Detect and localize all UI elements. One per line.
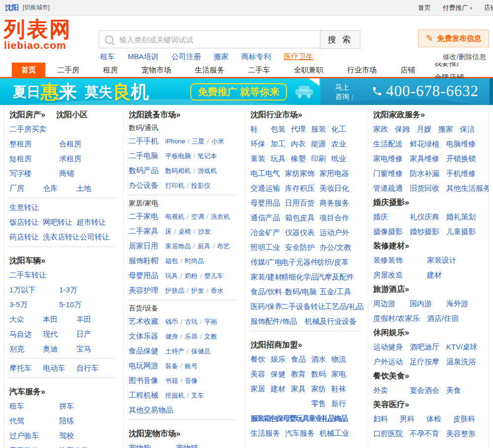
- category-link[interactable]: 库存积压: [285, 181, 317, 196]
- category-link[interactable]: 皮肤科: [453, 412, 480, 426]
- category-link[interactable]: 体检: [426, 412, 453, 426]
- category-link[interactable]: 家用电器: [319, 166, 352, 181]
- category-link[interactable]: 电玩网游: [129, 358, 164, 373]
- subcategory-link[interactable]: 笔记本: [198, 149, 217, 164]
- category-link[interactable]: 生活服务: [250, 426, 283, 441]
- category-link[interactable]: 商务服务: [319, 196, 352, 210]
- category-link[interactable]: 工程机械: [129, 388, 164, 403]
- category-link[interactable]: 母婴用品: [250, 196, 283, 210]
- category-link[interactable]: 家纺家饰: [285, 166, 317, 181]
- category-link[interactable]: 酒吧迪厅: [410, 340, 446, 354]
- subcategory-link[interactable]: 账号: [185, 359, 198, 374]
- section-title-link[interactable]: 休闲娱乐»: [373, 328, 409, 337]
- category-link[interactable]: 家具: [291, 381, 311, 396]
- category-link[interactable]: 儿童摄影: [446, 224, 483, 239]
- category-link[interactable]: 月嫂: [417, 122, 438, 137]
- search-input[interactable]: [118, 35, 316, 44]
- subcategory-link[interactable]: 古玩: [185, 314, 198, 329]
- subcategory-link[interactable]: 时尚品: [185, 254, 204, 269]
- category-link[interactable]: 运动健身: [373, 340, 410, 354]
- category-link[interactable]: 家装/建材: [250, 270, 282, 284]
- category-link[interactable]: 农业: [331, 137, 352, 151]
- category-link[interactable]: 国内游: [410, 296, 446, 311]
- subcategory-link[interactable]: 床: [165, 224, 172, 239]
- subcategory-link[interactable]: 婴儿车: [204, 269, 223, 283]
- category-link[interactable]: 服装: [311, 122, 331, 137]
- category-link[interactable]: 合租房: [59, 137, 109, 151]
- category-link[interactable]: 服饰配件/饰品: [250, 314, 297, 329]
- category-link[interactable]: 汽车改装: [59, 443, 109, 448]
- category-link[interactable]: 仓库: [43, 181, 76, 196]
- category-link[interactable]: 机械工业: [319, 426, 352, 441]
- category-link[interactable]: 日用百货: [285, 196, 317, 210]
- category-link[interactable]: 家政: [373, 122, 395, 137]
- nav-item[interactable]: 行业市场: [335, 63, 388, 77]
- hot-link[interactable]: 租车: [100, 52, 115, 62]
- category-link[interactable]: 鞋: [250, 122, 271, 137]
- category-link[interactable]: 土地: [76, 181, 110, 196]
- category-link[interactable]: 化工: [331, 122, 352, 137]
- subcategory-link[interactable]: 三星: [192, 134, 205, 149]
- section-title-link[interactable]: 沈阳房产»: [9, 110, 45, 119]
- category-link[interactable]: 足疗按摩: [410, 354, 446, 369]
- category-link[interactable]: 零售: [311, 396, 331, 411]
- category-link[interactable]: 食品/饮料: [250, 284, 283, 299]
- category-link[interactable]: 家电维修: [373, 151, 410, 166]
- category-link[interactable]: 二手房买卖: [9, 122, 46, 137]
- category-link[interactable]: 内衣: [291, 137, 311, 151]
- category-link[interactable]: 代理: [291, 122, 311, 137]
- category-link[interactable]: 防水补漏: [410, 166, 446, 181]
- category-link[interactable]: 周边游: [373, 296, 410, 311]
- section-title-link[interactable]: 沈阳车辆»: [9, 256, 45, 265]
- category-link[interactable]: 外卖: [373, 383, 410, 398]
- subcategory-link[interactable]: 土特产: [165, 344, 184, 359]
- category-link[interactable]: 二手手机: [129, 134, 164, 148]
- category-link[interactable]: 男科: [400, 412, 426, 426]
- category-link[interactable]: 办公/文教: [319, 240, 352, 255]
- category-link[interactable]: 大众: [9, 312, 43, 327]
- category-link[interactable]: 项目合作: [319, 210, 352, 225]
- category-link[interactable]: 建材: [271, 381, 291, 396]
- category-link[interactable]: 环保: [250, 137, 271, 151]
- category-link[interactable]: 酒店/住宿: [427, 311, 481, 326]
- hot-link[interactable]: 商标专利: [242, 52, 271, 62]
- category-link[interactable]: 5-10万: [59, 297, 109, 312]
- category-link[interactable]: 电脑维修: [446, 137, 483, 151]
- category-link[interactable]: 纸业: [331, 151, 352, 166]
- category-link[interactable]: 租车: [9, 399, 59, 414]
- category-link[interactable]: 1万以下: [9, 282, 59, 297]
- category-link[interactable]: 手机维修: [446, 166, 483, 181]
- category-link[interactable]: 办公设备: [129, 178, 164, 193]
- section-title-link[interactable]: 美容医疗»: [373, 400, 409, 409]
- subcategory-link[interactable]: 投影仪: [191, 178, 211, 193]
- category-link[interactable]: 旧货回收: [410, 181, 446, 196]
- subcategory-link[interactable]: 布艺: [217, 239, 230, 254]
- category-link[interactable]: 精细化学品: [281, 270, 318, 284]
- subcategory-link[interactable]: 电视机: [165, 209, 184, 224]
- category-link[interactable]: 家居: [250, 381, 271, 396]
- section-title-link[interactable]: 装修建材»: [373, 241, 409, 250]
- category-link[interactable]: 拼车: [59, 399, 109, 414]
- category-link[interactable]: 1-3万: [59, 282, 109, 297]
- category-link[interactable]: 食品: [291, 352, 311, 367]
- category-link[interactable]: 玩具: [271, 151, 291, 166]
- category-link[interactable]: 照明工业: [250, 240, 283, 255]
- category-link[interactable]: 温泉洗浴: [446, 354, 483, 369]
- category-link[interactable]: 印刷: [311, 151, 331, 166]
- category-link[interactable]: 保洁: [460, 122, 482, 137]
- category-link[interactable]: 摄像摄影: [373, 224, 410, 239]
- category-link[interactable]: 其他生活服务: [446, 181, 489, 196]
- section-title-link[interactable]: 沈阳小区: [56, 110, 88, 119]
- category-link[interactable]: 母婴用品: [129, 268, 164, 283]
- category-link[interactable]: 整租房: [9, 137, 59, 151]
- category-link[interactable]: 鲜花绿植: [410, 137, 446, 151]
- category-link[interactable]: 摩托车: [9, 361, 43, 376]
- category-link[interactable]: 户外运动: [373, 354, 410, 369]
- category-link[interactable]: KTV/桌球: [446, 340, 483, 354]
- category-link[interactable]: 搬家: [438, 122, 460, 137]
- subcategory-link[interactable]: 厨具: [198, 239, 211, 254]
- category-link[interactable]: 二手设备转让: [281, 299, 325, 314]
- category-link[interactable]: 五金/工具: [319, 284, 352, 299]
- category-link[interactable]: 药店转让: [9, 230, 43, 244]
- category-link[interactable]: 美容: [250, 367, 271, 381]
